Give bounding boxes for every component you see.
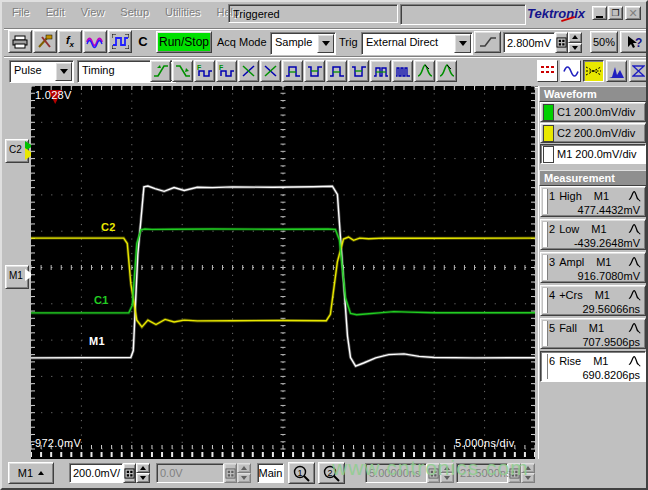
zoom2-button[interactable]: 2 — [318, 462, 345, 484]
meas-source: M1 — [596, 256, 611, 268]
waveform-c1-button[interactable]: C1 200.0mV/div — [540, 102, 646, 122]
run-stop-button[interactable]: Run/Stop — [156, 31, 212, 53]
tools-icon — [37, 34, 53, 49]
measurement-pos-crs-button[interactable]: 4+CrsM129.56066ns — [540, 285, 646, 316]
double-pulse-icon — [373, 63, 389, 79]
horizontal-scale-keypad-button — [427, 463, 440, 483]
meas-source: M1 — [591, 223, 606, 235]
horizontal-scale-spinner — [440, 463, 454, 483]
close-button[interactable]: ✕ — [625, 6, 641, 20]
meas-source: M1 — [589, 322, 604, 334]
meas-neg-duty-cycle-button[interactable] — [348, 60, 369, 82]
neg-duty-cycle-icon — [351, 63, 367, 79]
waveform-button[interactable] — [83, 30, 107, 53]
acq-mode-select[interactable]: Sample — [270, 32, 336, 55]
restore-button[interactable]: ❐ — [608, 6, 623, 20]
meas-pos-crossing-button[interactable] — [238, 60, 259, 82]
eye-pattern-button[interactable] — [583, 60, 604, 82]
meas-neg-crossing-button[interactable] — [260, 60, 281, 82]
fx-math-icon: fx — [66, 34, 74, 49]
pulse-define-button[interactable] — [108, 30, 132, 53]
zoom1-button[interactable]: 1 — [288, 462, 315, 484]
meas-period-button[interactable] — [216, 60, 237, 82]
context-help-button[interactable]: ? — [620, 31, 648, 53]
meas-index: 2 — [549, 223, 555, 235]
meas-neg-peak-button[interactable] — [436, 60, 457, 82]
vertical-scale-spinner[interactable] — [136, 463, 150, 483]
cursors-dashes-icon — [540, 64, 555, 78]
meas-value: 477.4432mV — [549, 204, 642, 216]
trig-slope-button[interactable] — [474, 31, 501, 53]
vertical-scale-keypad-button[interactable] — [123, 463, 136, 483]
measurement-ampl-button[interactable]: 3AmplM1916.7080mV — [540, 252, 646, 283]
meas-name: Ampl — [559, 256, 584, 268]
meas-category-select[interactable]: Pulse — [9, 60, 74, 83]
print-button[interactable] — [8, 30, 32, 53]
waveform-m1-button[interactable]: M1 200.0mV/div — [540, 144, 646, 164]
trig-level-keypad-button[interactable] — [555, 32, 568, 53]
meas-neg-width-button[interactable] — [304, 60, 325, 82]
measurement-low-button[interactable]: 2LowM1-439.2648mV — [540, 219, 646, 250]
spin-up-icon[interactable] — [136, 463, 150, 473]
svg-text:?: ? — [635, 36, 642, 50]
meas-rise-time-button[interactable] — [150, 60, 171, 82]
acq-mode-dropdown-arrow[interactable] — [317, 34, 334, 53]
measurement-rise-button[interactable]: 6RiseM1690.8206ps — [540, 351, 646, 382]
pos-width-icon — [285, 63, 301, 79]
meas-source-color-key — [543, 321, 548, 346]
spin-up-icon[interactable] — [568, 32, 582, 43]
trig-source-select[interactable]: External Direct — [361, 32, 473, 55]
meas-index: 5 — [549, 322, 555, 334]
vertical-scale-field[interactable]: 200.0mV/ — [69, 463, 123, 483]
trigger-status-text: Triggered — [233, 8, 280, 20]
vertical-channel-label: M1 — [18, 467, 33, 479]
meas-pos-peak-button[interactable] — [414, 60, 435, 82]
mask-button[interactable] — [629, 60, 648, 82]
timebase-mode-box[interactable]: Main — [257, 463, 284, 483]
menu-edit[interactable]: Edit — [38, 2, 73, 18]
meas-pos-duty-cycle-button[interactable] — [326, 60, 347, 82]
tools-button[interactable] — [33, 30, 57, 53]
meas-fall-time-button[interactable] — [172, 60, 193, 82]
meas-frequency-button[interactable] — [194, 60, 215, 82]
neg-crossing-icon — [263, 63, 279, 79]
fall-time-icon — [175, 63, 191, 79]
histogram-button[interactable] — [606, 60, 627, 82]
menu-file[interactable]: File — [4, 2, 38, 18]
meas-pos-width-button[interactable] — [282, 60, 303, 82]
spin-down-icon[interactable] — [136, 473, 150, 483]
magnifier-2-icon: 2 — [322, 465, 341, 482]
top-voltage-readout: 1.028V — [35, 89, 72, 101]
minimize-button[interactable] — [592, 6, 607, 20]
trig-label: Trig — [339, 36, 358, 48]
run-stop-label: Run/Stop — [159, 35, 209, 49]
print-icon — [12, 35, 28, 49]
menu-view[interactable]: View — [73, 2, 113, 18]
c2-color-key — [543, 125, 554, 142]
waveform-c2-button[interactable]: C2 200.0mV/div — [540, 123, 646, 143]
trig-level-field[interactable]: 2.800mV — [503, 32, 555, 53]
cursors-button[interactable] — [537, 60, 558, 82]
control-sidebar: Waveform C1 200.0mV/div C2 200.0mV/div M… — [538, 86, 648, 459]
set-level-50-button[interactable]: 50% — [590, 31, 618, 53]
histogram-icon — [609, 65, 624, 78]
graticule-display[interactable]: 1.028V -972.0mV 5.000ns/div C2 C1 M1 — [31, 86, 535, 459]
menu-setup[interactable]: Setup — [112, 2, 157, 18]
measurement-fall-button[interactable]: 5FallM1707.9506ps — [540, 318, 646, 349]
measurement-high-button[interactable]: 1HighM1477.4432mV — [540, 186, 646, 217]
meas-name: +Crs — [559, 289, 583, 301]
meas-source: M1 — [594, 190, 609, 202]
left-gutter: C2 M1 — [4, 86, 31, 459]
c-channel-button[interactable]: C — [134, 30, 152, 53]
menu-utilities[interactable]: Utilities — [157, 2, 208, 18]
vertical-channel-button[interactable]: M1 — [8, 462, 54, 484]
meas-category-dropdown-arrow[interactable] — [55, 62, 72, 81]
meas-burst-width-button[interactable] — [392, 60, 413, 82]
meas-source: M1 — [595, 289, 610, 301]
meas-double-pulse-button[interactable] — [370, 60, 391, 82]
trig-source-dropdown-arrow[interactable] — [454, 34, 471, 53]
spin-down-icon[interactable] — [568, 43, 582, 54]
trig-level-spinner[interactable] — [568, 32, 582, 53]
math-button[interactable]: fx — [58, 30, 82, 53]
waveform-view-button[interactable] — [560, 60, 581, 82]
